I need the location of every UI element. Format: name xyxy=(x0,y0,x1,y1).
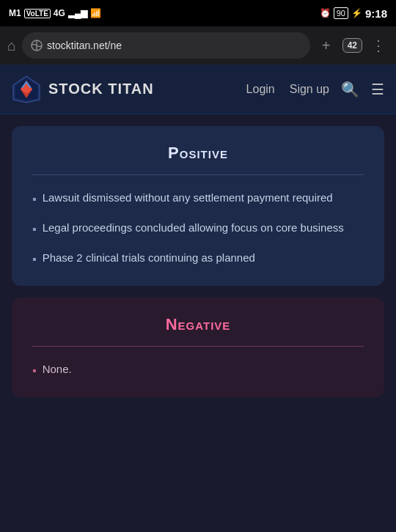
login-link[interactable]: Login xyxy=(246,83,275,96)
negative-list: ▪ None. xyxy=(32,361,364,380)
negative-item-1: None. xyxy=(43,361,72,378)
nav-icons: 🔍 ☰ xyxy=(341,81,384,98)
positive-item-1: Lawsuit dismissed without any settlement… xyxy=(43,190,333,207)
status-left: M1 VoLTE 4G ▂▄▆ 📶 xyxy=(9,8,101,18)
list-item: ▪ Lawsuit dismissed without any settleme… xyxy=(32,190,364,208)
nav-header: STOCK TITAN Login Sign up 🔍 ☰ xyxy=(0,64,396,114)
signup-link[interactable]: Sign up xyxy=(290,83,329,96)
list-item: ▪ Legal proceedings concluded allowing f… xyxy=(32,220,364,238)
alarm-icon: ⏰ xyxy=(320,8,331,18)
hamburger-menu-icon[interactable]: ☰ xyxy=(371,81,384,98)
bullet-icon: ▪ xyxy=(32,362,37,380)
logo-icon xyxy=(12,75,41,104)
wifi-icon: 📶 xyxy=(90,8,101,18)
new-tab-icon[interactable]: + xyxy=(316,37,337,54)
search-icon[interactable]: 🔍 xyxy=(341,81,359,98)
browser-bar: ⌂ stocktitan.net/ne + 42 ⋮ xyxy=(0,26,396,64)
bullet-icon: ▪ xyxy=(32,251,37,268)
positive-title: Positive xyxy=(32,144,364,163)
bullet-icon: ▪ xyxy=(32,221,37,238)
site-icon xyxy=(31,40,43,51)
battery-indicator: 90 xyxy=(334,7,348,19)
positive-list: ▪ Lawsuit dismissed without any settleme… xyxy=(32,190,364,268)
positive-card: Positive ▪ Lawsuit dismissed without any… xyxy=(12,126,384,286)
list-item: ▪ None. xyxy=(32,361,364,380)
network-type: 4G xyxy=(54,8,65,18)
url-bar[interactable]: stocktitan.net/ne xyxy=(22,32,310,59)
logo-text: STOCK TITAN xyxy=(48,81,154,97)
signal-icon: ▂▄▆ xyxy=(68,8,88,18)
home-icon[interactable]: ⌂ xyxy=(7,37,16,54)
browser-menu-icon[interactable]: ⋮ xyxy=(368,37,389,54)
positive-item-2: Legal proceedings concluded allowing foc… xyxy=(43,220,344,237)
url-text: stocktitan.net/ne xyxy=(47,40,301,51)
bullet-icon: ▪ xyxy=(32,191,37,208)
content-area: Positive ▪ Lawsuit dismissed without any… xyxy=(0,126,396,424)
volte-badge: VoLTE xyxy=(24,9,51,18)
status-bar: M1 VoLTE 4G ▂▄▆ 📶 ⏰ 90 ⚡ 9:18 xyxy=(0,0,396,26)
negative-title: Negative xyxy=(32,315,364,334)
tabs-count[interactable]: 42 xyxy=(342,38,362,53)
charging-icon: ⚡ xyxy=(351,8,362,18)
positive-divider xyxy=(32,174,364,175)
logo-container: STOCK TITAN xyxy=(12,75,246,104)
nav-links: Login Sign up xyxy=(246,83,329,96)
list-item: ▪ Phase 2 clinical trials continuing as … xyxy=(32,250,364,268)
carrier-text: M1 xyxy=(9,8,21,18)
positive-item-3: Phase 2 clinical trials continuing as pl… xyxy=(43,250,255,267)
negative-card: Negative ▪ None. xyxy=(12,298,384,397)
negative-divider xyxy=(32,346,364,347)
time-display: 9:18 xyxy=(365,7,387,20)
status-right: ⏰ 90 ⚡ 9:18 xyxy=(320,7,387,20)
